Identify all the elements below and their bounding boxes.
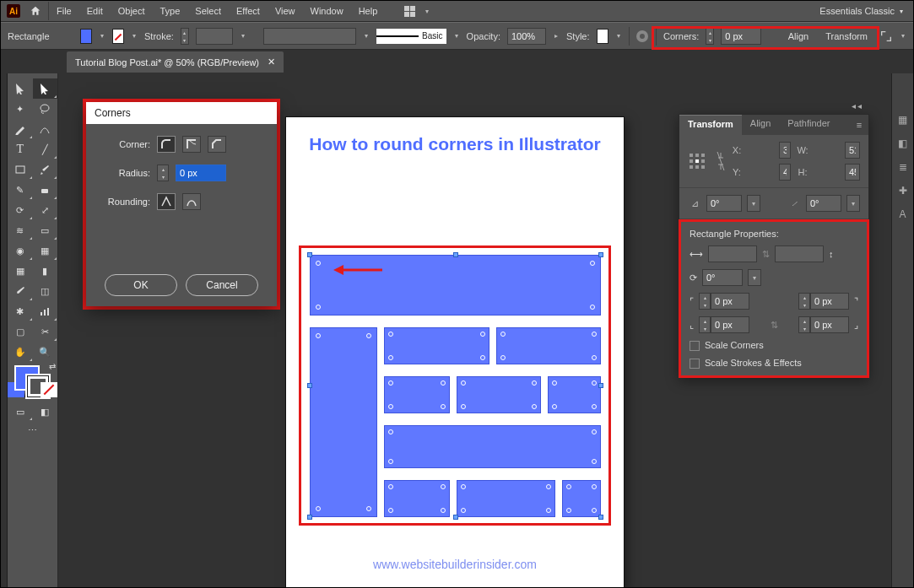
rect-shape[interactable] xyxy=(384,480,450,517)
tab-align[interactable]: Align xyxy=(742,115,779,135)
menu-window[interactable]: Window xyxy=(303,3,351,19)
rect-shape[interactable] xyxy=(548,376,601,413)
width-tool[interactable]: ≋ xyxy=(8,220,33,240)
type-tool[interactable]: T xyxy=(8,139,33,159)
menu-select[interactable]: Select xyxy=(187,3,229,19)
eyedropper-tool[interactable] xyxy=(8,281,33,301)
rect-shape[interactable] xyxy=(457,480,555,517)
y-field[interactable] xyxy=(779,164,791,181)
link-icon[interactable]: ⇅ xyxy=(762,249,770,260)
app-logo[interactable]: Ai xyxy=(4,3,23,19)
corner-inverted-option[interactable] xyxy=(182,136,201,153)
rounding-relative-option[interactable] xyxy=(182,193,201,210)
fill-dropdown[interactable]: ▾ xyxy=(99,29,105,44)
menu-object[interactable]: Object xyxy=(111,3,153,19)
corner-br-spinner[interactable]: ▴▾ xyxy=(798,316,810,333)
curvature-tool[interactable] xyxy=(33,119,58,139)
dock-icon[interactable]: ✚ xyxy=(899,185,907,197)
document-tab[interactable]: Tutorial Blog Post.ai* @ 50% (RGB/Previe… xyxy=(67,51,284,73)
draw-mode[interactable]: ◧ xyxy=(33,402,58,421)
recolor-icon[interactable] xyxy=(635,28,649,45)
hand-tool[interactable]: ✋ xyxy=(8,342,33,362)
workspace-switcher[interactable]: Essentials Classic ▾ xyxy=(813,3,910,19)
slice-tool[interactable]: ✂ xyxy=(33,321,58,342)
angle-dropdown[interactable]: ▾ xyxy=(747,195,760,212)
x-field[interactable] xyxy=(779,142,791,159)
radius-field[interactable] xyxy=(176,165,226,181)
stroke-swatch[interactable] xyxy=(112,29,124,44)
rect-shape[interactable] xyxy=(384,376,450,413)
rect-shape[interactable] xyxy=(562,480,601,517)
h-field[interactable] xyxy=(845,164,860,181)
menu-edit[interactable]: Edit xyxy=(79,3,111,19)
shaper-tool[interactable]: ✎ xyxy=(8,180,33,200)
mesh-tool[interactable]: ▦ xyxy=(8,261,33,281)
rect-shape[interactable] xyxy=(496,327,601,364)
gradient-tool[interactable]: ▮ xyxy=(33,261,58,281)
corner-tl-spinner[interactable]: ▴▾ xyxy=(699,293,711,310)
edit-toolbar[interactable]: ⋯ xyxy=(8,421,57,440)
link-corners-icon[interactable]: ⇅ xyxy=(754,320,793,331)
scale-tool[interactable]: ⤢ xyxy=(33,200,58,220)
corner-bl-spinner[interactable]: ▴▾ xyxy=(699,316,711,333)
dock-icon[interactable]: ▦ xyxy=(898,114,907,126)
none-mode[interactable] xyxy=(41,382,57,397)
swap-fill-stroke-icon[interactable]: ⇄ xyxy=(49,362,56,371)
dock-icon[interactable]: ≣ xyxy=(899,161,907,173)
stroke-dropdown[interactable]: ▾ xyxy=(131,29,138,44)
zoom-tool[interactable]: 🔍 xyxy=(33,342,58,362)
tab-transform[interactable]: Transform xyxy=(679,115,742,135)
rotate-tool[interactable]: ⟳ xyxy=(8,200,33,220)
home-icon[interactable] xyxy=(26,3,45,19)
opacity-dropdown[interactable]: ▸ xyxy=(553,29,560,44)
corner-br-field[interactable] xyxy=(810,316,849,333)
reference-point-icon[interactable] xyxy=(688,152,710,170)
rect-shape[interactable] xyxy=(310,327,377,517)
rect-angle-dropdown[interactable]: ▾ xyxy=(748,269,761,286)
screen-mode[interactable]: ▭ xyxy=(8,402,33,421)
tab-pathfinder[interactable]: Pathfinder xyxy=(779,115,838,135)
free-transform-tool[interactable]: ▭ xyxy=(33,220,58,240)
selection-tool[interactable] xyxy=(8,78,33,99)
scale-corners-checkbox[interactable]: Scale Corners xyxy=(690,340,858,351)
blend-tool[interactable]: ◫ xyxy=(33,281,58,301)
ok-button[interactable]: OK xyxy=(105,274,177,296)
cancel-button[interactable]: Cancel xyxy=(186,274,258,296)
transform-link[interactable]: Transform xyxy=(820,30,873,43)
radius-spinner[interactable]: ▴▾ xyxy=(157,165,169,181)
graph-tool[interactable] xyxy=(33,301,58,321)
corners-field[interactable] xyxy=(721,28,761,45)
dock-icon[interactable]: ◧ xyxy=(898,138,907,149)
rect-shape[interactable] xyxy=(384,327,489,364)
w-field[interactable] xyxy=(845,142,860,159)
panel-menu-icon[interactable]: ≡ xyxy=(850,115,868,135)
corner-tr-spinner[interactable]: ▴▾ xyxy=(798,293,810,310)
corner-tr-field[interactable] xyxy=(810,293,849,310)
rect-w-field[interactable] xyxy=(708,245,757,262)
scale-strokes-checkbox[interactable]: Scale Strokes & Effects xyxy=(690,358,858,369)
corner-chamfer-option[interactable] xyxy=(208,136,226,153)
isolate-icon[interactable] xyxy=(879,28,893,45)
shear-field[interactable] xyxy=(806,195,841,212)
perspective-tool[interactable]: ▦ xyxy=(33,240,58,261)
artboard-tool[interactable]: ▢ xyxy=(8,321,33,342)
fill-swatch[interactable] xyxy=(80,29,92,44)
dock-icon[interactable]: A xyxy=(899,208,906,220)
magic-wand-tool[interactable]: ✦ xyxy=(8,99,33,119)
line-tool[interactable]: ╱ xyxy=(33,139,58,159)
symbol-sprayer-tool[interactable]: ✱ xyxy=(8,301,33,321)
controlbar-more[interactable]: ▾ xyxy=(900,29,906,44)
stroke-weight-dropdown[interactable]: ▾ xyxy=(240,29,246,44)
vsp-field[interactable] xyxy=(263,28,356,45)
menu-help[interactable]: Help xyxy=(351,3,386,19)
corners-spinner[interactable]: ▴▾ xyxy=(706,28,714,45)
style-swatch[interactable] xyxy=(597,29,608,44)
link-wh-icon[interactable] xyxy=(715,149,725,173)
rectangle-tool[interactable] xyxy=(8,159,33,180)
menu-view[interactable]: View xyxy=(268,3,303,19)
panel-collapse-icon[interactable]: ◂◂ xyxy=(852,101,863,111)
arrange-docs-dropdown[interactable]: ▾ xyxy=(422,3,432,19)
eraser-tool[interactable] xyxy=(33,180,58,200)
rect-shape[interactable] xyxy=(384,425,601,468)
stroke-weight-field[interactable] xyxy=(196,28,233,45)
